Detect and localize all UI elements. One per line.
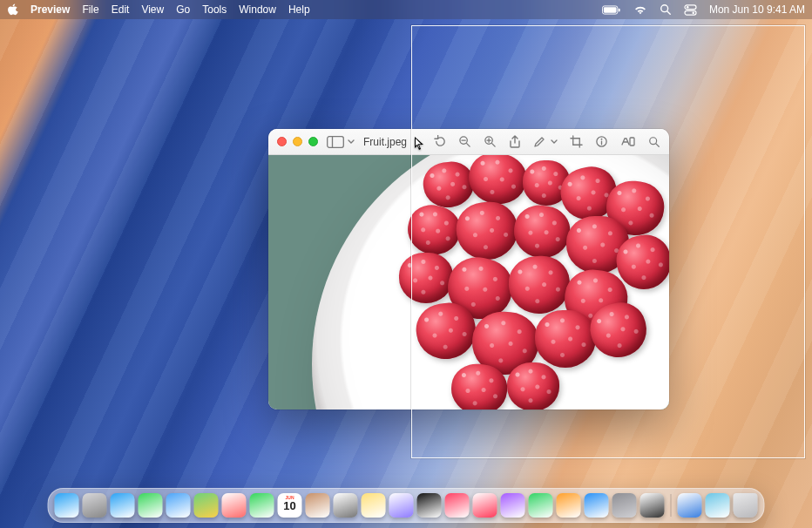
dock-app-numbers[interactable] (529, 493, 553, 518)
dock-app-iphone-mirroring[interactable] (640, 493, 665, 518)
dock-app-photos[interactable] (222, 493, 247, 518)
dock-app-music[interactable] (445, 493, 470, 518)
menu-tools[interactable]: Tools (202, 3, 227, 16)
minimize-button[interactable] (293, 137, 302, 146)
svg-point-8 (692, 11, 694, 14)
dock-app-launchpad[interactable] (83, 493, 107, 518)
menubar: Preview File Edit View Go Tools Window H… (0, 0, 812, 19)
dock-app-reminders[interactable] (334, 493, 358, 518)
dock-app-trash[interactable] (734, 493, 758, 518)
menubar-app-name[interactable]: Preview (30, 3, 70, 16)
menu-help[interactable]: Help (288, 3, 310, 16)
dock-app-news[interactable] (473, 493, 497, 518)
dock-app-maps[interactable] (194, 493, 219, 518)
dock-app-tv[interactable] (417, 493, 442, 518)
dock-app-messages[interactable] (139, 493, 163, 518)
dock-app-downloads[interactable] (706, 493, 730, 518)
dock-app-freeform[interactable] (389, 493, 414, 518)
svg-rect-2 (619, 8, 620, 11)
zoom-button[interactable] (308, 137, 318, 146)
menubar-clock[interactable]: Mon Jun 10 9:41 AM (709, 3, 805, 16)
chevron-down-icon[interactable] (348, 139, 355, 145)
apple-menu-icon[interactable] (7, 3, 18, 16)
dock-app-appstore[interactable] (585, 493, 609, 518)
dock-app-pages[interactable] (557, 493, 581, 518)
battery-icon[interactable] (602, 5, 621, 15)
dock-app-calendar[interactable]: JUN10 (278, 493, 302, 518)
menu-view[interactable]: View (141, 3, 164, 16)
dock-app-contacts[interactable] (306, 493, 330, 518)
dock-app-safari[interactable] (111, 493, 135, 518)
dock-app-mail[interactable] (166, 493, 191, 518)
screenshot-selection-rectangle[interactable] (411, 25, 805, 458)
sidebar-toggle-icon[interactable] (327, 136, 344, 148)
svg-rect-9 (328, 136, 344, 147)
menu-file[interactable]: File (82, 3, 98, 16)
window-title: Fruit.jpeg (363, 136, 407, 148)
dock: JUN10 (48, 488, 765, 523)
svg-point-6 (687, 5, 689, 8)
svg-rect-1 (604, 7, 617, 12)
dock-app-preview[interactable] (678, 493, 702, 518)
dock-app-settings[interactable] (612, 493, 637, 518)
wifi-icon[interactable] (633, 4, 647, 15)
dock-app-finder[interactable] (55, 493, 79, 518)
menu-edit[interactable]: Edit (112, 3, 130, 16)
dock-separator (671, 494, 672, 517)
menu-window[interactable]: Window (239, 3, 276, 16)
dock-app-facetime[interactable] (250, 493, 274, 518)
dock-app-podcasts[interactable] (501, 493, 525, 518)
control-center-icon[interactable] (684, 4, 697, 16)
spotlight-icon[interactable] (660, 3, 672, 16)
svg-line-4 (667, 11, 670, 14)
menu-go[interactable]: Go (176, 3, 190, 16)
dock-app-notes[interactable] (362, 493, 386, 518)
window-traffic-lights (277, 137, 318, 146)
close-button[interactable] (277, 137, 287, 146)
